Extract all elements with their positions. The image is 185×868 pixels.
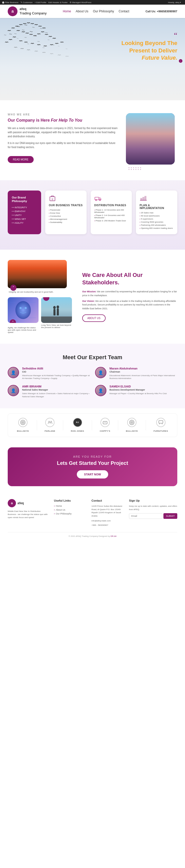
team-role-3: National Sales Manager [22,389,90,391]
partner-name-furnitures: FURNITURES [153,430,168,432]
hero-heading: Looking Beyond The Present to Deliver Fu… [121,40,177,62]
team-grid: 👤 Seifeddine Atilli CIO Warehouse Manage… [8,367,177,398]
svg-point-10 [25,307,27,309]
navbar: a afeq Trading Company Home About Us Our… [0,5,185,18]
partner-separator-5 [146,420,146,430]
start-now-button[interactable]: START NOW [77,470,108,478]
svg-point-6 [99,199,100,201]
footer-top: a afeq Middle East New Star In Distribut… [8,499,177,527]
partner-icon-bullseye-1 [18,418,28,427]
svg-rect-4 [95,197,99,200]
nav-home[interactable]: Home [63,9,71,13]
svg-point-8 [16,301,31,319]
philosophy-item-4: • MING SET [12,218,37,220]
navbar-logo[interactable]: a afeq Trading Company [8,6,47,16]
dist-item-1: Phase 1: 14 Groceries and 200 Wholesaler [94,209,128,213]
nav-links: Home About Us Our Philosophy Contact [63,9,129,13]
svg-rect-16 [41,316,72,323]
philosophy-card: Our Brand Philosophy • INTEGRITY • EMPAT… [8,190,41,234]
footer-address: 12/45 Prince Sultan Bin Abdulaziz Road, … [91,505,124,518]
partner-furnitures: FURNITURES [153,418,168,433]
hero-nav-dot[interactable]: › [179,59,182,63]
team-info-2: Maram Abdulrahman Chairman Educational A… [110,367,177,380]
footer-signup-desc: Keep me up to date with content, updates… [129,505,177,512]
team-role-1: CIO [22,371,90,373]
mission-text: Our Mission: We are committed by empower… [82,290,177,297]
dots-decoration [128,167,177,170]
team-role-4: Business Development Manager [110,389,167,391]
stake-top-image [8,260,67,288]
team-desc-1: Warehouse Manager at Al-Maktabi Trading … [22,374,90,380]
footer-link-home[interactable]: Home [54,505,86,507]
who-we-are-content: WHO WE ARE Our Company is Here For Help … [8,113,118,163]
admin-bar-item: + Edit Profile [35,1,47,4]
trait-item-5: Sustainability [49,221,83,223]
footer-contact-col: Contact 12/45 Prince Sultan Bin Abdulazi… [91,499,124,527]
footer-signup-title: Sign Up [129,499,177,502]
partner-icon-furnitures [156,418,165,427]
partner-icon-ron-jones: RJ [73,418,82,427]
partner-separator-4 [118,420,118,430]
footer-links-col: Useful Links Home About Us Our Philosoph… [54,499,86,527]
footer-copyright: © 2021 AFAQ Trading Company Designed by … [8,535,177,537]
who-we-are-section: WHO WE ARE Our Company is Here For Help … [0,100,185,180]
team-avatar-1: 👤 [8,367,19,378]
team-name-2: Maram Abdulrahman [110,367,177,370]
footer-submit-button[interactable]: SUBMIT [163,513,177,519]
footer-links-title: Useful Links [54,499,86,502]
vision-label: Our Vision: [82,300,95,302]
team-member-1: 👤 Seifeddine Atilli CIO Warehouse Manage… [8,367,90,380]
logo-icon: a [8,6,18,16]
team-avatar-3: 👤 [8,385,19,396]
footer-link-philosophy[interactable]: Our Philosophy [54,513,86,515]
cta-label: ARE YOU READY FOR [13,455,172,458]
team-info-1: Seifeddine Atilli CIO Warehouse Manager … [22,367,90,380]
nav-contact[interactable]: Contact [119,9,129,13]
logo-text-block: afeq Trading Company [20,7,47,16]
who-image-placeholder [126,113,175,164]
plan-item-1: 25 Sales man [140,212,174,214]
nav-phone: Call Us: +966583090907 [146,10,177,13]
philosophy-item-1: • INTEGRITY [12,206,37,209]
footer-brand: a afeq Middle East New Star In Distribut… [8,499,49,527]
who-para-2: It is in our DNA keeping our eyes open t… [8,141,118,149]
admin-bar: ⬤ Pillar Business ✎ Customize + Edit Pro… [0,0,185,5]
dist-item-3: Phase 3: 250 Modern Trade Door [94,220,128,222]
team-name-1: Seifeddine Atilli [22,367,90,370]
svg-point-5 [95,199,97,201]
partner-bullseye-1: BULLSEYE [17,418,29,433]
read-more-button[interactable]: READ MORE [8,156,34,163]
business-icon [49,195,56,202]
hero-section: 〜 〜 〜 〜 〜 〜 〜 〜 〜 〜 〜 〜 〜 〜 〜 〜 〜 〜 〜 〜 [0,18,185,100]
footer-brand-desc: Middle East New Star In Distribution Bus… [8,510,49,519]
about-us-button[interactable]: ABOUT US [82,314,105,322]
plan-icon [140,195,147,202]
svg-point-23 [22,422,23,423]
team-member-3: 👤 AMR IBRAHIM National Sales Manager Sal… [8,385,90,398]
trait-item-3: Constuctive [49,215,83,217]
business-traits-card: OUR BUSINESS TRAITES Passionate Know How… [45,190,87,234]
plan-item-3: 5 supervisors [140,218,174,220]
team-info-4: SAMEH ELSAID Business Development Manage… [110,385,167,395]
partner-separator [37,420,37,430]
team-name-3: AMR IBRAHIM [22,385,90,388]
footer-email-input[interactable] [129,513,162,519]
partner-bullseye-2: BULLSEYE [126,418,138,433]
partner-parlane: PARLANE [44,418,55,433]
city-image [126,113,175,164]
partner-separator-2 [63,420,63,430]
svg-point-17 [53,306,56,309]
nav-about[interactable]: About Us [75,9,88,13]
nav-philosophy[interactable]: Our Philosophy [93,9,114,13]
footer-designer-link[interactable]: DR.Ali [111,535,116,537]
hero-quote-mark: “ [174,31,177,39]
cta-heading: Lets Get Started Your Project [13,460,172,466]
distribution-title: DISTRIBUTION PHASES [94,204,128,207]
partner-name-ron-jones: RON JONES [71,430,84,432]
plan-item-2: 50 local warehouses [140,215,174,217]
quote-text-1: Integrity, we are trustworthy and act in… [8,291,77,293]
birds-decoration: 〜 〜 〜 〜 〜 〜 〜 〜 〜 〜 〜 〜 〜 〜 〜 〜 〜 〜 〜 〜 [1,22,84,79]
stakeholders-heading: We Care About All Our Stakeholders. [82,272,177,286]
footer-phone: +966 - 583090907 [91,524,124,527]
footer-link-about[interactable]: About Us [54,508,86,511]
